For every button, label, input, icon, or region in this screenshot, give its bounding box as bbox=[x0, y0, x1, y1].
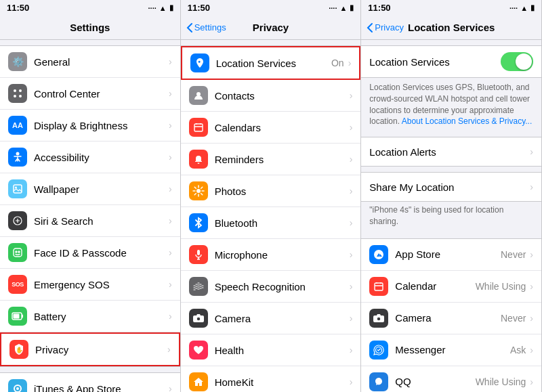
settings-item-wallpaper[interactable]: Wallpaper › bbox=[0, 173, 180, 205]
app-calendar-item[interactable]: Calendar While Using › bbox=[361, 271, 541, 303]
location-back-button[interactable]: Privacy bbox=[367, 22, 404, 33]
calendar-label: Calendar bbox=[395, 280, 475, 292]
chevron-calendars: › bbox=[350, 122, 353, 133]
location-toggle[interactable] bbox=[501, 52, 533, 71]
settings-item-siri[interactable]: Siri & Search › bbox=[0, 205, 180, 237]
bluetooth-label: Bluetooth bbox=[215, 217, 348, 229]
chevron-qq: › bbox=[530, 376, 533, 387]
battery-label: Battery bbox=[34, 311, 167, 322]
battery-icon-3: ▮ bbox=[530, 3, 535, 12]
privacy-item-reminders[interactable]: Reminders › bbox=[181, 144, 361, 175]
microphone-icon bbox=[189, 245, 208, 264]
display-label: Display & Brightness bbox=[34, 120, 167, 131]
wallpaper-icon bbox=[8, 179, 27, 198]
signal-icon-3: ···· bbox=[509, 4, 518, 12]
control-center-label: Control Center bbox=[34, 88, 167, 100]
homekit-icon bbox=[189, 372, 208, 391]
camera-app-icon bbox=[369, 309, 388, 328]
share-location-label: Share My Location bbox=[369, 181, 528, 193]
contacts-icon bbox=[189, 86, 208, 105]
signal-icon: ···· bbox=[148, 4, 157, 12]
settings-item-emergency[interactable]: SOS Emergency SOS › bbox=[0, 269, 180, 301]
status-icons-1: ···· ▲ ▮ bbox=[148, 3, 173, 12]
app-appstore-item[interactable]: App Store Never › bbox=[361, 239, 541, 271]
settings-item-accessibility[interactable]: Accessibility › bbox=[0, 141, 180, 173]
privacy-item-contacts[interactable]: Contacts › bbox=[181, 80, 361, 112]
siri-label: Siri & Search bbox=[34, 215, 167, 227]
battery-icon: ▮ bbox=[169, 3, 173, 12]
svg-rect-8 bbox=[14, 248, 22, 257]
photos-label: Photos bbox=[215, 186, 348, 197]
svg-text:✋: ✋ bbox=[16, 346, 24, 354]
emergency-icon: SOS bbox=[8, 275, 27, 294]
location-back-label: Privacy bbox=[375, 22, 404, 32]
share-location-group: Share My Location › bbox=[361, 172, 541, 202]
chevron-appstore: › bbox=[530, 249, 533, 260]
chevron-privacy: › bbox=[167, 344, 171, 355]
settings-item-battery[interactable]: Battery › bbox=[0, 301, 180, 332]
calendar-value: While Using bbox=[476, 281, 526, 292]
settings-item-display[interactable]: AA Display & Brightness › bbox=[0, 110, 180, 141]
itunes-label: iTunes & App Store bbox=[34, 383, 167, 393]
privacy-item-bluetooth[interactable]: Bluetooth › bbox=[181, 207, 361, 239]
photos-icon bbox=[189, 181, 208, 200]
settings-item-general[interactable]: ⚙️ General › bbox=[0, 46, 180, 78]
privacy-item-location[interactable]: Location Services On › bbox=[181, 46, 361, 80]
chevron-general: › bbox=[169, 56, 172, 67]
share-location-subtext: "iPhone 4s" is being used for location s… bbox=[361, 202, 541, 233]
wallpaper-label: Wallpaper bbox=[34, 183, 167, 195]
privacy-icon: ✋ bbox=[9, 340, 28, 359]
svg-point-9 bbox=[16, 251, 17, 253]
svg-point-41 bbox=[377, 317, 381, 321]
privacy-item-camera[interactable]: Camera › bbox=[181, 303, 361, 334]
chevron-display: › bbox=[169, 120, 172, 131]
status-icons-3: ···· ▲ ▮ bbox=[509, 3, 535, 12]
privacy-item-homekit[interactable]: HomeKit › bbox=[181, 366, 361, 392]
location-value: On bbox=[331, 58, 344, 68]
privacy-back-button[interactable]: Settings bbox=[186, 22, 226, 33]
privacy-item-photos[interactable]: Photos › bbox=[181, 175, 361, 207]
status-icons-2: ···· ▲ ▮ bbox=[329, 3, 354, 12]
app-qq-item[interactable]: QQ While Using › bbox=[361, 366, 541, 392]
svg-line-29 bbox=[194, 194, 196, 195]
svg-point-0 bbox=[14, 89, 16, 92]
privacy-item-microphone[interactable]: Microphone › bbox=[181, 239, 361, 271]
privacy-item-health[interactable]: Health › bbox=[181, 334, 361, 366]
location-nav-bar: Privacy Location Services bbox=[361, 16, 541, 40]
svg-point-6 bbox=[15, 187, 17, 189]
status-bar-2: 11:50 ···· ▲ ▮ bbox=[181, 0, 361, 16]
privacy-item-speech[interactable]: Speech Recognition › bbox=[181, 271, 361, 303]
settings-item-control-center[interactable]: Control Center › bbox=[0, 78, 180, 110]
svg-rect-39 bbox=[375, 283, 383, 290]
svg-point-4 bbox=[16, 152, 20, 156]
chevron-messenger: › bbox=[530, 345, 533, 355]
app-messenger-item[interactable]: Messenger Ask › bbox=[361, 334, 541, 366]
chevron-wallpaper: › bbox=[169, 183, 172, 194]
settings-item-itunes[interactable]: iTunes & App Store › bbox=[0, 373, 180, 392]
settings-panel: 11:50 ···· ▲ ▮ Settings ⚙️ General › Con… bbox=[0, 0, 181, 392]
settings-item-faceid[interactable]: Face ID & Passcode › bbox=[0, 237, 180, 269]
itunes-icon bbox=[8, 379, 27, 392]
privacy-item-calendars[interactable]: Calendars › bbox=[181, 112, 361, 144]
share-location-item[interactable]: Share My Location › bbox=[361, 173, 541, 201]
appstore-icon bbox=[369, 245, 388, 264]
chevron-siri: › bbox=[169, 215, 172, 226]
location-alerts-item[interactable]: Location Alerts › bbox=[361, 137, 541, 166]
chevron-camera: › bbox=[350, 313, 353, 324]
location-info-link[interactable]: About Location Services & Privacy... bbox=[402, 116, 533, 126]
qq-value: While Using bbox=[476, 376, 526, 387]
battery-icon-2: ▮ bbox=[350, 3, 354, 12]
microphone-label: Microphone bbox=[215, 249, 348, 261]
settings-item-privacy[interactable]: ✋ Privacy › bbox=[0, 332, 180, 366]
chevron-battery: › bbox=[169, 311, 172, 322]
status-bar-3: 11:50 ···· ▲ ▮ bbox=[361, 0, 541, 16]
chevron-calendar: › bbox=[530, 281, 533, 292]
chevron-photos: › bbox=[350, 186, 353, 196]
location-services-toggle-row[interactable]: Location Services bbox=[361, 46, 541, 77]
display-icon: AA bbox=[8, 116, 27, 135]
privacy-back-label: Settings bbox=[194, 22, 226, 32]
time-2: 11:50 bbox=[188, 3, 210, 13]
app-camera-item[interactable]: Camera Never › bbox=[361, 303, 541, 334]
chevron-faceid: › bbox=[169, 247, 172, 258]
svg-line-27 bbox=[194, 187, 196, 188]
